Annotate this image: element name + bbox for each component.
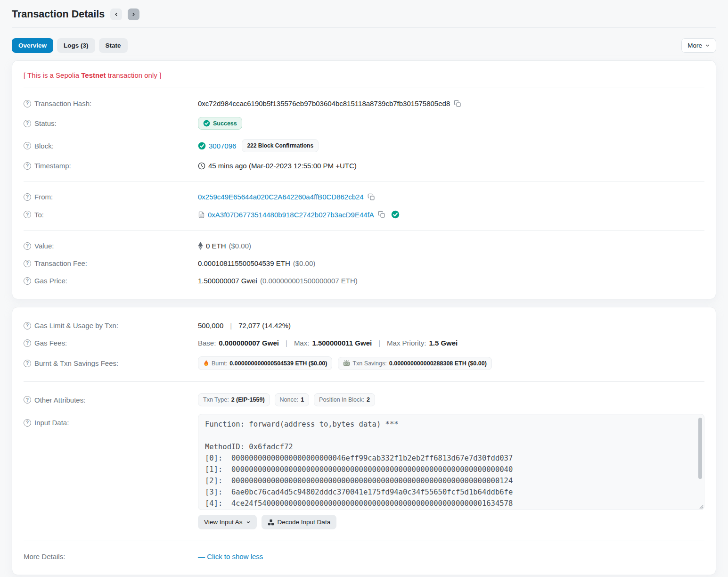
help-icon[interactable]: ? [24,242,31,250]
transaction-hash-label: Transaction Hash: [34,99,91,107]
divider [24,230,704,231]
copy-to-address-button[interactable] [377,211,386,218]
gas-price-value: 1.500000007 Gwei [198,277,257,285]
tab-overview[interactable]: Overview [12,38,53,53]
from-address-link[interactable]: 0x259c49E65644a020C2A642260a4ffB0CD862cb… [198,193,364,201]
copy-icon [368,193,375,201]
block-confirmations-badge: 222 Block Confirmations [242,139,319,152]
help-icon[interactable]: ? [24,162,31,170]
status-label: Status: [34,119,57,127]
help-icon[interactable]: ? [24,260,31,267]
decode-input-data-button[interactable]: Decode Input Data [262,515,337,529]
burnt-savings-label: Burnt & Txn Savings Fees: [34,359,118,367]
timestamp-label: Timestamp: [34,162,71,170]
status-badge: Success [198,117,242,130]
testnet-notice-bold: Testnet [81,71,106,79]
help-icon[interactable]: ? [24,100,31,107]
value-amount: 0 ETH [206,242,226,250]
help-icon[interactable]: ? [24,339,31,347]
transaction-fee-usd: ($0.00) [293,259,316,267]
page-header: Transaction Details [12,0,716,20]
gas-used-value: 72,077 (14.42%) [238,321,291,330]
next-transaction-button[interactable] [128,8,139,20]
help-icon[interactable]: ? [24,322,31,330]
help-icon[interactable]: ? [24,277,31,285]
burnt-badge-label: Burnt: [212,360,227,367]
gas-fees-row: ? Gas Fees: Base: 0.000000007 Gwei | Max… [24,334,704,352]
previous-transaction-button[interactable] [110,8,122,20]
clock-icon [198,162,205,170]
transaction-hash-row: ? Transaction Hash: 0xc72d984ccac6190b5f… [24,95,704,112]
nonce-badge: Nonce: 1 [275,393,310,406]
max-fee-value: 1.500000011 Gwei [312,339,372,347]
block-row: ? Block: 3007096 222 Block Confirmations [24,134,704,157]
input-data-row: ? Input Data: Function: forward(address … [24,411,704,534]
gas-limit-label: Gas Limit & Usage by Txn: [34,321,118,330]
gas-price-eth: (0.000000001500000007 ETH) [260,277,358,285]
transaction-fee-value: 0.000108115500504539 ETH [198,259,290,267]
help-icon[interactable]: ? [24,419,31,427]
help-icon[interactable]: ? [24,142,31,149]
divider [24,88,704,88]
page-title: Transaction Details [12,8,105,20]
max-priority-label: Max Priority: [387,339,426,347]
transaction-fee-label: Transaction Fee: [34,259,87,267]
other-attributes-row: ? Other Attributes: Txn Type: 2 (EIP-155… [24,388,704,411]
transaction-hash-value: 0xc72d984ccac6190b5f135576eb97b03604bc81… [198,99,450,107]
copy-icon [454,100,461,107]
divider [24,181,704,181]
base-fee-value: 0.000000007 Gwei [219,339,279,347]
divider [24,381,704,382]
value-label: Value: [34,242,54,250]
check-circle-icon [203,120,210,127]
transaction-fee-row: ? Transaction Fee: 0.000108115500504539 … [24,255,704,272]
help-icon[interactable]: ? [24,193,31,201]
to-address-link[interactable]: 0xA3f07D6773514480b918C2742b027b3acD9E44… [208,211,374,219]
value-row: ? Value: 0 ETH ($0.00) [24,237,704,255]
burnt-savings-row: ? Burnt & Txn Savings Fees: Burnt: 0.000… [24,352,704,375]
divider [24,541,704,541]
help-icon[interactable]: ? [24,120,31,127]
more-details-label: More Details: [24,552,65,561]
show-less-link[interactable]: — Click to show less [198,552,263,561]
value-usd: ($0.00) [229,242,252,250]
transaction-hash-label-group: ? Transaction Hash: [24,99,198,107]
txn-savings-badge-value: 0.000000000000288308 ETH ($0.00) [389,360,487,367]
help-icon[interactable]: ? [24,211,31,218]
tab-logs[interactable]: Logs (3) [57,38,95,53]
from-label: From: [34,193,53,201]
resize-grip-icon[interactable] [699,504,703,509]
separator: | [286,339,287,347]
gas-limit-row: ? Gas Limit & Usage by Txn: 500,000 | 72… [24,317,704,334]
gas-limit-value: 500,000 [198,321,223,330]
block-number-link[interactable]: 3007096 [209,142,236,150]
overview-card: [ This is a Sepolia Testnet transaction … [12,60,716,299]
header-divider [12,27,716,28]
copy-from-address-button[interactable] [367,193,376,201]
gas-price-label: Gas Price: [34,277,67,285]
input-data-textarea[interactable]: Function: forward(address to,bytes data)… [198,414,704,510]
help-icon[interactable]: ? [24,396,31,404]
copy-transaction-hash-button[interactable] [453,100,462,107]
chevron-down-icon [705,43,710,48]
blocks-icon [268,519,274,526]
help-icon[interactable]: ? [24,360,31,367]
verified-check-icon [391,210,400,219]
testnet-notice: [ This is a Sepolia Testnet transaction … [24,70,704,81]
burnt-badge-value: 0.000000000000504539 ETH ($0.00) [229,360,327,367]
base-fee-label: Base: [198,339,216,347]
more-dropdown-button[interactable]: More [681,38,716,53]
status-row: ? Status: Success [24,112,704,134]
tabs-row: Overview Logs (3) State More [12,38,716,53]
max-priority-value: 1.5 Gwei [429,339,458,347]
separator: | [230,321,232,330]
tab-state[interactable]: State [99,38,128,53]
view-input-as-button[interactable]: View Input As [198,515,257,529]
input-data-label: Input Data: [34,419,69,427]
txn-type-badge: Txn Type: 2 (EIP-1559) [198,393,270,406]
input-actions: View Input As Decode Input Data [198,515,704,529]
more-details-row: More Details: — Click to show less [24,548,704,565]
more-details-card: ? Gas Limit & Usage by Txn: 500,000 | 72… [12,307,716,575]
txn-savings-badge: Txn Savings: 0.000000000000288308 ETH ($… [338,357,491,370]
scrollbar-thumb[interactable] [698,418,702,479]
